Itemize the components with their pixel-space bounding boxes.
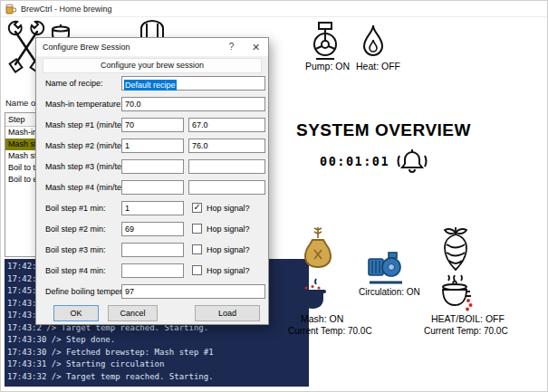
mash-step-3-temp-input[interactable] [188,159,265,174]
session-timer: 00:01:01 [320,154,389,168]
app-icon [5,4,16,14]
recipe-name-input[interactable]: Default recipe [121,76,265,91]
dialog-titlebar[interactable]: Configure Brew Session ? ✕ [36,38,268,56]
configure-dialog: Configure Brew Session ? ✕ Configure you… [35,37,269,325]
cancel-button[interactable]: Cancel [108,305,158,321]
boil-pot-icon [437,274,474,312]
recipe-name-field-label: Name of recipe: [45,76,103,91]
hop-signal-1-checkbox[interactable] [192,203,202,213]
window-titlebar[interactable]: BrewCtrl - Home brewing [1,1,547,17]
mash-step-2-min-input[interactable] [121,139,184,153]
load-button[interactable]: Load [195,305,260,321]
log-line: 17:43:30 /> Fetched brewstep: Mash step … [7,347,309,359]
bell-icon [396,148,428,175]
pump-status: Pump: ON [305,61,350,72]
log-line: 17:43:32 /> Target temp reached. Startin… [7,371,309,384]
circulation-pump-icon [366,252,404,286]
hop-signal-1-label: Hop signal? [207,201,250,215]
boil-step-2-label: Boil step #2 min: [45,222,106,236]
grain-sack-icon [300,226,336,269]
heatboil-current-temp: Current Temp: 70.0C [424,326,508,336]
mash-in-temp-input[interactable] [121,97,265,111]
mash-step-2-temp-input[interactable] [188,139,265,153]
system-overview-title: SYSTEM OVERVIEW [296,120,471,140]
hop-signal-3-checkbox[interactable] [192,244,202,254]
log-line: 17:43:30 /> Step done. [7,334,309,347]
pump-icon [309,21,341,61]
hop-signal-4-checkbox[interactable] [192,265,202,275]
mash-step-1-temp-input[interactable] [188,118,265,132]
hop-icon [439,226,472,273]
dialog-close-button[interactable]: ✕ [244,38,268,56]
boiling-temp-input[interactable] [121,284,265,299]
hop-signal-3-label: Hop signal? [207,243,250,257]
boil-step-1-min-input[interactable] [121,201,184,215]
heatboil-status: HEAT/BOIL: OFF [431,313,505,324]
boil-step-1-label: Boil step #1 min: [45,201,106,215]
log-line: 17:43:31 /> Starting circulation [7,359,309,371]
mash-current-temp: Current Temp: 70.0C [288,326,372,336]
hop-signal-4-label: Hop signal? [207,263,250,278]
recipe-name-value: Default recipe [124,80,177,91]
hop-signal-2-label: Hop signal? [207,222,250,236]
boil-step-4-min-input[interactable] [121,263,184,278]
heat-status: Heat: OFF [356,61,400,72]
dialog-title: Configure Brew Session [43,38,130,56]
ok-button[interactable]: OK [53,305,99,321]
mash-step-4-min-input[interactable] [121,180,184,195]
app-window: BrewCtrl - Home brewing Name of re [0,0,548,392]
mash-step-4-temp-input[interactable] [188,180,265,195]
mash-pot-icon [295,277,330,311]
flame-icon [360,24,387,58]
mash-step-1-min-input[interactable] [121,118,184,132]
boil-step-2-min-input[interactable] [121,222,184,236]
mash-status: Mash: ON [301,313,343,324]
boil-step-3-min-input[interactable] [121,243,184,257]
hop-signal-2-checkbox[interactable] [192,224,202,234]
window-title: BrewCtrl - Home brewing [21,5,112,14]
dialog-help-button[interactable]: ? [219,38,244,56]
mash-in-temp-label: Mash-in temperature: [45,97,123,111]
circulation-status: Circulation: ON [359,287,420,297]
dialog-subtitle: Configure your brew session [43,58,262,73]
boil-step-3-label: Boil step #3 min: [45,243,106,257]
boil-step-4-label: Boil step #4 min: [45,263,106,278]
mash-step-3-min-input[interactable] [121,159,184,174]
